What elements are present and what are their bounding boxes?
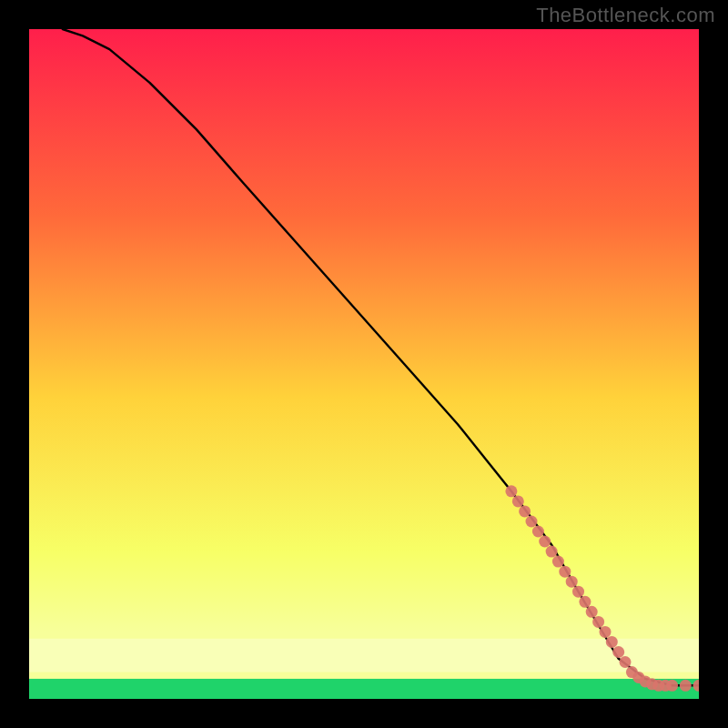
plot-area <box>29 29 699 699</box>
svg-rect-1 <box>29 639 699 672</box>
svg-rect-0 <box>29 29 699 699</box>
svg-point-19 <box>612 646 624 658</box>
svg-point-9 <box>546 546 558 558</box>
svg-point-12 <box>566 576 578 588</box>
svg-point-15 <box>586 606 598 618</box>
svg-point-4 <box>512 495 524 507</box>
svg-point-18 <box>606 636 618 648</box>
svg-point-11 <box>559 566 571 578</box>
svg-point-6 <box>526 516 538 528</box>
svg-point-20 <box>620 656 632 668</box>
svg-point-16 <box>592 616 604 628</box>
svg-point-5 <box>519 505 531 517</box>
svg-point-10 <box>552 556 564 568</box>
chart-svg <box>29 29 699 699</box>
svg-point-8 <box>539 536 551 548</box>
svg-point-17 <box>600 626 612 638</box>
svg-point-27 <box>666 680 678 692</box>
chart-stage: TheBottleneck.com <box>0 0 728 728</box>
svg-rect-2 <box>29 679 699 699</box>
svg-point-7 <box>532 526 544 538</box>
svg-point-13 <box>572 586 584 598</box>
svg-point-28 <box>680 680 692 692</box>
svg-point-3 <box>505 485 517 497</box>
watermark-text: TheBottleneck.com <box>536 4 715 27</box>
svg-point-14 <box>579 596 591 608</box>
